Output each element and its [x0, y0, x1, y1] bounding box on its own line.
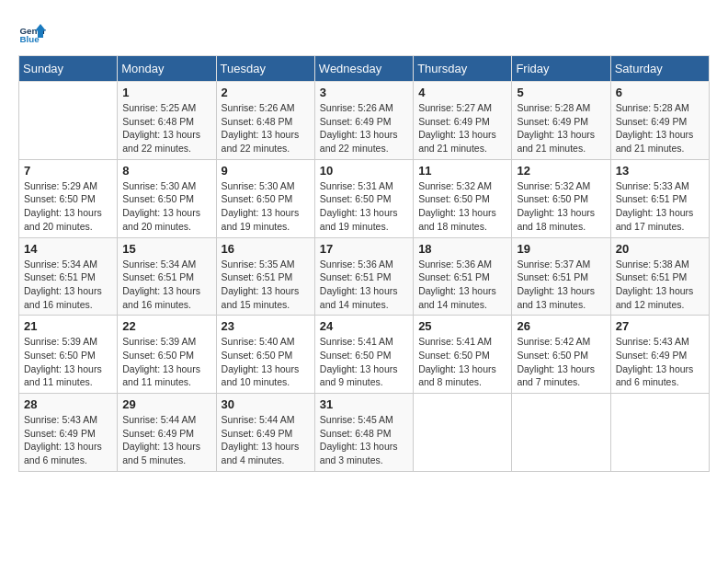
- calendar-cell: 31Sunrise: 5:45 AM Sunset: 6:48 PM Dayli…: [314, 394, 413, 472]
- day-number: 4: [418, 86, 506, 99]
- calendar-cell: 15Sunrise: 5:34 AM Sunset: 6:51 PM Dayli…: [118, 237, 216, 316]
- day-detail: Sunrise: 5:30 AM Sunset: 6:50 PM Dayligh…: [122, 179, 210, 234]
- calendar-cell: 6Sunrise: 5:28 AM Sunset: 6:49 PM Daylig…: [610, 82, 709, 160]
- day-detail: Sunrise: 5:42 AM Sunset: 6:50 PM Dayligh…: [517, 335, 605, 389]
- day-number: 25: [418, 319, 506, 333]
- day-detail: Sunrise: 5:41 AM Sunset: 6:50 PM Dayligh…: [320, 335, 408, 389]
- calendar-cell: 14Sunrise: 5:34 AM Sunset: 6:51 PM Dayli…: [19, 237, 118, 316]
- day-number: 17: [320, 242, 408, 256]
- calendar-cell: [610, 394, 709, 472]
- day-detail: Sunrise: 5:36 AM Sunset: 6:51 PM Dayligh…: [320, 258, 408, 312]
- calendar-cell: 20Sunrise: 5:38 AM Sunset: 6:51 PM Dayli…: [610, 237, 709, 316]
- weekday-header: Wednesday: [314, 56, 413, 82]
- page-header: General Blue: [18, 18, 710, 46]
- calendar-cell: 7Sunrise: 5:29 AM Sunset: 6:50 PM Daylig…: [19, 159, 118, 237]
- calendar-cell: 8Sunrise: 5:30 AM Sunset: 6:50 PM Daylig…: [118, 159, 216, 237]
- day-detail: Sunrise: 5:44 AM Sunset: 6:49 PM Dayligh…: [122, 413, 210, 467]
- day-number: 9: [222, 164, 310, 178]
- day-detail: Sunrise: 5:34 AM Sunset: 6:51 PM Dayligh…: [24, 258, 112, 312]
- calendar-cell: 18Sunrise: 5:36 AM Sunset: 6:51 PM Dayli…: [414, 237, 512, 316]
- logo-icon: General Blue: [18, 18, 46, 46]
- calendar-cell: 30Sunrise: 5:44 AM Sunset: 6:49 PM Dayli…: [216, 394, 314, 472]
- day-number: 3: [320, 86, 408, 99]
- day-detail: Sunrise: 5:28 AM Sunset: 6:49 PM Dayligh…: [616, 101, 704, 155]
- day-detail: Sunrise: 5:25 AM Sunset: 6:48 PM Dayligh…: [122, 101, 210, 155]
- weekday-header: Friday: [512, 56, 610, 82]
- day-number: 2: [222, 86, 310, 99]
- day-detail: Sunrise: 5:41 AM Sunset: 6:50 PM Dayligh…: [418, 335, 506, 389]
- day-number: 30: [222, 397, 310, 411]
- day-number: 23: [222, 319, 310, 333]
- calendar-cell: 26Sunrise: 5:42 AM Sunset: 6:50 PM Dayli…: [512, 316, 610, 394]
- day-detail: Sunrise: 5:45 AM Sunset: 6:48 PM Dayligh…: [320, 413, 408, 467]
- day-detail: Sunrise: 5:35 AM Sunset: 6:51 PM Dayligh…: [222, 258, 310, 312]
- calendar-header: SundayMondayTuesdayWednesdayThursdayFrid…: [19, 56, 710, 82]
- day-number: 19: [517, 242, 605, 256]
- day-detail: Sunrise: 5:26 AM Sunset: 6:48 PM Dayligh…: [222, 101, 310, 155]
- calendar-cell: 25Sunrise: 5:41 AM Sunset: 6:50 PM Dayli…: [414, 316, 512, 394]
- calendar-week-row: 28Sunrise: 5:43 AM Sunset: 6:49 PM Dayli…: [19, 394, 710, 472]
- calendar-week-row: 7Sunrise: 5:29 AM Sunset: 6:50 PM Daylig…: [19, 159, 710, 237]
- day-number: 7: [24, 164, 112, 178]
- day-number: 21: [24, 319, 112, 333]
- calendar-cell: 4Sunrise: 5:27 AM Sunset: 6:49 PM Daylig…: [414, 82, 512, 160]
- day-detail: Sunrise: 5:33 AM Sunset: 6:51 PM Dayligh…: [616, 179, 704, 234]
- calendar-cell: 17Sunrise: 5:36 AM Sunset: 6:51 PM Dayli…: [314, 237, 413, 316]
- calendar-cell: 23Sunrise: 5:40 AM Sunset: 6:50 PM Dayli…: [216, 316, 314, 394]
- day-detail: Sunrise: 5:43 AM Sunset: 6:49 PM Dayligh…: [24, 413, 112, 467]
- weekday-header: Thursday: [414, 56, 512, 82]
- calendar-cell: 5Sunrise: 5:28 AM Sunset: 6:49 PM Daylig…: [512, 82, 610, 160]
- calendar-week-row: 21Sunrise: 5:39 AM Sunset: 6:50 PM Dayli…: [19, 316, 710, 394]
- day-number: 6: [616, 86, 704, 99]
- day-number: 31: [320, 397, 408, 411]
- weekday-header: Saturday: [610, 56, 709, 82]
- calendar-week-row: 1Sunrise: 5:25 AM Sunset: 6:48 PM Daylig…: [19, 82, 710, 160]
- day-number: 22: [122, 319, 210, 333]
- day-number: 13: [616, 164, 704, 178]
- weekday-header: Tuesday: [216, 56, 314, 82]
- day-detail: Sunrise: 5:30 AM Sunset: 6:50 PM Dayligh…: [222, 179, 310, 234]
- calendar-cell: 10Sunrise: 5:31 AM Sunset: 6:50 PM Dayli…: [314, 159, 413, 237]
- calendar-cell: 11Sunrise: 5:32 AM Sunset: 6:50 PM Dayli…: [414, 159, 512, 237]
- day-detail: Sunrise: 5:32 AM Sunset: 6:50 PM Dayligh…: [418, 179, 506, 234]
- day-detail: Sunrise: 5:39 AM Sunset: 6:50 PM Dayligh…: [122, 335, 210, 389]
- calendar-cell: 21Sunrise: 5:39 AM Sunset: 6:50 PM Dayli…: [19, 316, 118, 394]
- day-number: 15: [122, 242, 210, 256]
- calendar-cell: 22Sunrise: 5:39 AM Sunset: 6:50 PM Dayli…: [118, 316, 216, 394]
- calendar-cell: 28Sunrise: 5:43 AM Sunset: 6:49 PM Dayli…: [19, 394, 118, 472]
- day-detail: Sunrise: 5:29 AM Sunset: 6:50 PM Dayligh…: [24, 179, 112, 234]
- day-detail: Sunrise: 5:32 AM Sunset: 6:50 PM Dayligh…: [517, 179, 605, 234]
- day-detail: Sunrise: 5:39 AM Sunset: 6:50 PM Dayligh…: [24, 335, 112, 389]
- calendar-table: SundayMondayTuesdayWednesdayThursdayFrid…: [18, 55, 710, 472]
- logo: General Blue: [18, 18, 50, 46]
- calendar-cell: [414, 394, 512, 472]
- day-number: 14: [24, 242, 112, 256]
- calendar-cell: 2Sunrise: 5:26 AM Sunset: 6:48 PM Daylig…: [216, 82, 314, 160]
- day-detail: Sunrise: 5:27 AM Sunset: 6:49 PM Dayligh…: [418, 101, 506, 155]
- calendar-cell: [19, 82, 118, 160]
- day-number: 26: [517, 319, 605, 333]
- day-number: 11: [418, 164, 506, 178]
- weekday-header: Monday: [118, 56, 216, 82]
- day-number: 5: [517, 86, 605, 99]
- day-number: 16: [222, 242, 310, 256]
- day-number: 28: [24, 397, 112, 411]
- calendar-cell: 27Sunrise: 5:43 AM Sunset: 6:49 PM Dayli…: [610, 316, 709, 394]
- calendar-cell: 1Sunrise: 5:25 AM Sunset: 6:48 PM Daylig…: [118, 82, 216, 160]
- day-number: 8: [122, 164, 210, 178]
- calendar-week-row: 14Sunrise: 5:34 AM Sunset: 6:51 PM Dayli…: [19, 237, 710, 316]
- day-number: 12: [517, 164, 605, 178]
- calendar-cell: 13Sunrise: 5:33 AM Sunset: 6:51 PM Dayli…: [610, 159, 709, 237]
- calendar-cell: 12Sunrise: 5:32 AM Sunset: 6:50 PM Dayli…: [512, 159, 610, 237]
- day-number: 24: [320, 319, 408, 333]
- day-detail: Sunrise: 5:31 AM Sunset: 6:50 PM Dayligh…: [320, 179, 408, 234]
- day-number: 27: [616, 319, 704, 333]
- weekday-header: Sunday: [19, 56, 118, 82]
- calendar-cell: [512, 394, 610, 472]
- day-number: 18: [418, 242, 506, 256]
- calendar-cell: 24Sunrise: 5:41 AM Sunset: 6:50 PM Dayli…: [314, 316, 413, 394]
- day-number: 29: [122, 397, 210, 411]
- day-detail: Sunrise: 5:44 AM Sunset: 6:49 PM Dayligh…: [222, 413, 310, 467]
- day-number: 10: [320, 164, 408, 178]
- day-detail: Sunrise: 5:28 AM Sunset: 6:49 PM Dayligh…: [517, 101, 605, 155]
